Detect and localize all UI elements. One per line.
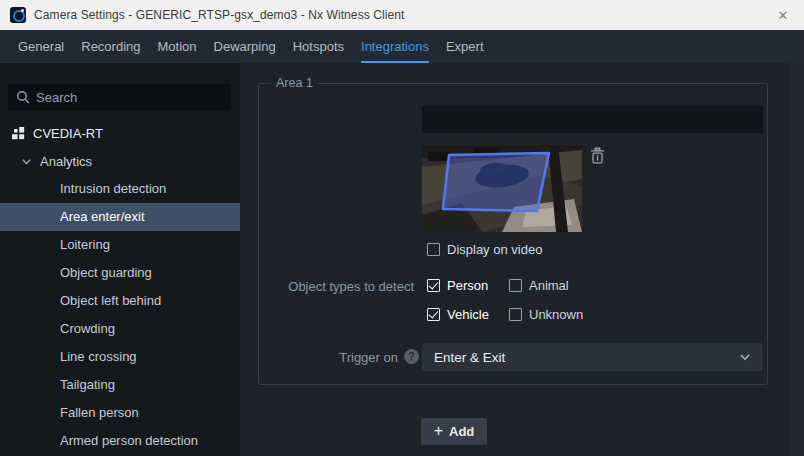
scrollbar-gutter[interactable] bbox=[790, 63, 804, 456]
trigger-on-dropdown[interactable]: Enter & Exit bbox=[422, 343, 763, 371]
tab-recording[interactable]: Recording bbox=[81, 30, 140, 63]
search-icon bbox=[16, 90, 30, 104]
app-icon bbox=[10, 7, 26, 23]
object-types-label: Object types to detect bbox=[240, 279, 414, 294]
checkbox-label: Person bbox=[447, 278, 488, 293]
object-type-checkbox-vehicle[interactable]: Vehicle bbox=[427, 307, 509, 322]
tab-integrations[interactable]: Integrations bbox=[361, 30, 429, 63]
checkbox-box bbox=[427, 243, 440, 256]
sidebar-item-loitering[interactable]: Loitering bbox=[0, 231, 240, 259]
checkbox-label: Display on video bbox=[447, 242, 542, 257]
chevron-down-icon[interactable] bbox=[21, 156, 32, 167]
camera-settings-window: Camera Settings - GENERIC_RTSP-gsx_demo3… bbox=[0, 0, 804, 456]
checkbox-box bbox=[509, 279, 522, 292]
object-type-checkbox-animal[interactable]: Animal bbox=[509, 278, 629, 293]
sidebar-item-intrusion-detection[interactable]: Intrusion detection bbox=[0, 175, 240, 203]
sidebar-item-armed-person-detection[interactable]: Armed person detection bbox=[0, 427, 240, 455]
detection-region-polygon[interactable] bbox=[443, 153, 549, 211]
section-label: Analytics bbox=[40, 154, 92, 169]
tab-hotspots[interactable]: Hotspots bbox=[293, 30, 344, 63]
delete-area-button[interactable] bbox=[588, 146, 606, 164]
tab-dewarping[interactable]: Dewarping bbox=[214, 30, 276, 63]
checkbox-box bbox=[509, 308, 522, 321]
sidebar-item-object-left-behind[interactable]: Object left behind bbox=[0, 287, 240, 315]
search-box bbox=[8, 84, 231, 110]
group-title: Area 1 bbox=[271, 76, 318, 90]
sidebar-item-tailgating[interactable]: Tailgating bbox=[0, 371, 240, 399]
sidebar-item-crowding[interactable]: Crowding bbox=[0, 315, 240, 343]
area-name-input[interactable] bbox=[422, 106, 763, 133]
sidebar-item-fallen-person[interactable]: Fallen person bbox=[0, 399, 240, 427]
trash-icon bbox=[590, 147, 605, 164]
help-icon[interactable]: ? bbox=[404, 349, 419, 364]
content-area: CVEDIA-RT Analytics Intrusion detection … bbox=[0, 63, 804, 456]
close-icon[interactable]: ✕ bbox=[770, 0, 796, 30]
sidebar-item-object-guarding[interactable]: Object guarding bbox=[0, 259, 240, 287]
object-type-checkbox-person[interactable]: Person bbox=[427, 278, 509, 293]
add-button-label: Add bbox=[449, 424, 474, 439]
object-type-options: Person Animal Vehicle Unknown bbox=[427, 278, 629, 322]
tab-expert[interactable]: Expert bbox=[446, 30, 484, 63]
search-input[interactable] bbox=[36, 84, 226, 110]
plugin-grid-icon bbox=[10, 125, 26, 141]
plugin-name: CVEDIA-RT bbox=[33, 126, 103, 141]
tab-general[interactable]: General bbox=[18, 30, 64, 63]
trigger-on-label: Trigger on bbox=[240, 350, 398, 365]
sidebar-item-cvedia-rt[interactable]: CVEDIA-RT bbox=[0, 120, 240, 146]
tab-motion[interactable]: Motion bbox=[158, 30, 197, 63]
checkbox-box bbox=[427, 279, 440, 292]
title-bar: Camera Settings - GENERIC_RTSP-gsx_demo3… bbox=[0, 0, 804, 30]
sidebar-group-analytics[interactable]: Analytics bbox=[0, 148, 240, 174]
settings-panel: Area 1 bbox=[240, 63, 804, 456]
dropdown-value: Enter & Exit bbox=[434, 350, 505, 365]
plus-icon: + bbox=[434, 423, 443, 439]
add-area-button[interactable]: + Add bbox=[421, 418, 487, 445]
display-on-video-checkbox[interactable]: Display on video bbox=[427, 242, 542, 257]
chevron-down-icon bbox=[739, 351, 751, 363]
object-type-checkbox-unknown[interactable]: Unknown bbox=[509, 307, 629, 322]
window-title: Camera Settings - GENERIC_RTSP-gsx_demo3… bbox=[34, 8, 405, 22]
checkbox-label: Vehicle bbox=[447, 307, 489, 322]
checkbox-label: Unknown bbox=[529, 307, 583, 322]
checkbox-box bbox=[427, 308, 440, 321]
sidebar-item-area-enter-exit[interactable]: Area enter/exit bbox=[0, 203, 240, 231]
settings-tab-bar: General Recording Motion Dewarping Hotsp… bbox=[0, 30, 804, 63]
analytics-event-list: Intrusion detection Area enter/exit Loit… bbox=[0, 175, 240, 455]
sidebar-item-line-crossing[interactable]: Line crossing bbox=[0, 343, 240, 371]
integration-sidebar: CVEDIA-RT Analytics Intrusion detection … bbox=[0, 63, 240, 456]
camera-thumbnail[interactable] bbox=[422, 145, 582, 232]
checkbox-label: Animal bbox=[529, 278, 569, 293]
